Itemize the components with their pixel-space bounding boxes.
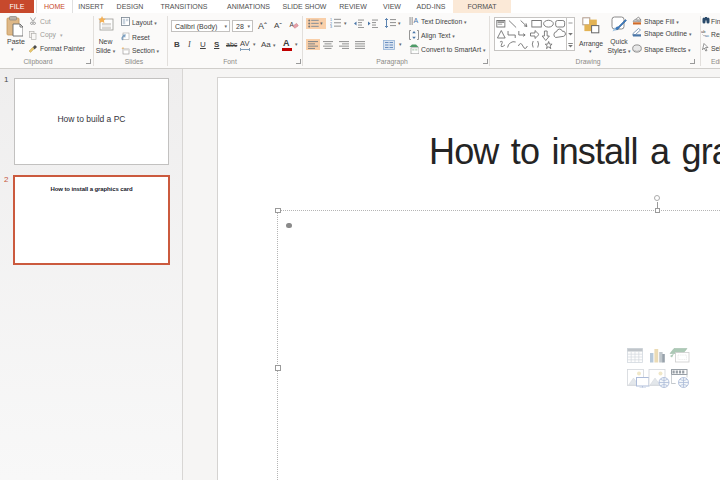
svg-text:3: 3 xyxy=(330,25,332,28)
svg-text:ac: ac xyxy=(705,33,709,38)
svg-text:A: A xyxy=(414,17,419,24)
